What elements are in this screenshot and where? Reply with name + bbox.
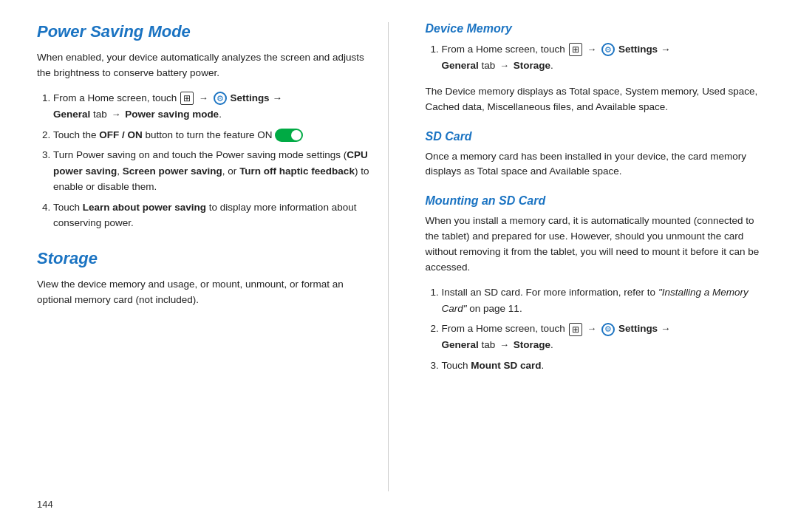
mounting-arrow-1: → (587, 321, 596, 337)
step1-settings-label: Settings → (230, 92, 282, 103)
step1-text-before: From a Home screen, touch (53, 92, 180, 103)
dm-step1-text: From a Home screen, touch (442, 44, 568, 55)
dm-period: . (550, 60, 553, 71)
mounting-intro: When you install a memory card, it is au… (426, 214, 762, 276)
mounting-step3-end: . (542, 360, 545, 371)
step3-comma1: , (117, 166, 123, 177)
step2-off-on-label: OFF / ON (99, 129, 143, 140)
step1-period: . (219, 109, 222, 120)
mounting-mount-sd-label: Mount SD card (471, 360, 541, 371)
settings-icon-3 (601, 323, 615, 336)
page-number: 144 (37, 499, 761, 510)
mounting-period: . (550, 339, 553, 350)
step3-screen-label: Screen power saving (123, 166, 222, 177)
mounting-step1-text: Install an SD card. For more information… (442, 287, 658, 298)
step3-text1: Turn Power saving on and touch the Power… (53, 149, 347, 160)
sd-card-section: SD Card Once a memory card has been inst… (426, 130, 762, 180)
mounting-storage-label: Storage (514, 339, 550, 350)
apps-icon (180, 92, 194, 105)
sd-card-title: SD Card (426, 130, 762, 143)
step3-comma2: , or (222, 166, 239, 177)
mounting-general-label: General (442, 339, 479, 350)
mounting-steps: Install an SD card. For more information… (426, 284, 762, 373)
dm-storage-label: Storage (514, 60, 550, 71)
right-column: Device Memory From a Home screen, touch … (418, 22, 762, 491)
sd-card-description: Once a memory card has been installed in… (426, 149, 762, 180)
mounting-sd-card-section: Mounting an SD Card When you install a m… (426, 194, 762, 373)
mounting-settings-label: Settings → (618, 323, 671, 334)
step2-text2: button to turn the feature ON (146, 129, 276, 140)
power-saving-step-3: Turn Power saving on and touch the Power… (53, 147, 373, 195)
step1-general-label: General (53, 109, 90, 120)
settings-icon-1 (214, 92, 227, 105)
toggle-switch[interactable] (275, 129, 303, 142)
mounting-step-2: From a Home screen, touch → Settings → G… (442, 321, 762, 353)
mounting-sd-card-title: Mounting an SD Card (426, 194, 762, 208)
step1-power-saving-mode-label: Power saving mode (125, 109, 219, 120)
mounting-tab-text: tab (482, 339, 499, 350)
device-memory-section: Device Memory From a Home screen, touch … (426, 22, 762, 115)
storage-description: View the device memory and usage, or mou… (37, 277, 373, 308)
dm-tab-text: tab (482, 60, 499, 71)
step4-text1: Touch (53, 202, 83, 213)
mounting-step3-text: Touch (442, 360, 471, 371)
power-saving-title: Power Saving Mode (37, 22, 373, 41)
step2-text: Touch the (53, 129, 99, 140)
dm-general-label: General (442, 60, 479, 71)
dm-arrow-2: → (499, 58, 509, 74)
power-saving-description: When enabled, your device automatically … (37, 50, 373, 81)
power-saving-steps: From a Home screen, touch → Settings → G… (37, 90, 373, 231)
arrow-1: → (199, 91, 208, 106)
mounting-step-1: Install an SD card. For more information… (442, 284, 762, 316)
dm-settings-label: Settings → (618, 44, 671, 55)
power-saving-step-1: From a Home screen, touch → Settings → G… (53, 90, 373, 123)
power-saving-step-4: Touch Learn about power saving to displa… (53, 200, 373, 231)
storage-section: Storage View the device memory and usage… (37, 249, 373, 308)
apps-icon-2 (569, 43, 582, 56)
mounting-step1-end: on page 11. (467, 303, 522, 314)
step4-learn-label: Learn about power saving (83, 202, 206, 213)
mounting-arrow-2: → (499, 338, 509, 353)
arrow-2: → (112, 107, 121, 123)
device-memory-step-1: From a Home screen, touch → Settings → G… (442, 41, 762, 74)
settings-icon-2 (601, 43, 615, 56)
mounting-step2-text: From a Home screen, touch (442, 323, 568, 334)
device-memory-title: Device Memory (426, 22, 762, 35)
dm-arrow-1: → (587, 42, 596, 58)
apps-icon-3 (569, 323, 582, 336)
step1-tab-text: tab (93, 109, 110, 120)
left-column: Power Saving Mode When enabled, your dev… (37, 22, 389, 491)
step3-haptic-label: Turn off haptic feedback (239, 166, 355, 177)
device-memory-steps: From a Home screen, touch → Settings → G… (426, 41, 762, 74)
storage-title: Storage (37, 249, 373, 268)
power-saving-section: Power Saving Mode When enabled, your dev… (37, 22, 373, 231)
mounting-step-3: Touch Mount SD card. (442, 358, 762, 374)
power-saving-step-2: Touch the OFF / ON button to turn the fe… (53, 127, 373, 143)
device-memory-description: The Device memory displays as Total spac… (426, 84, 762, 115)
